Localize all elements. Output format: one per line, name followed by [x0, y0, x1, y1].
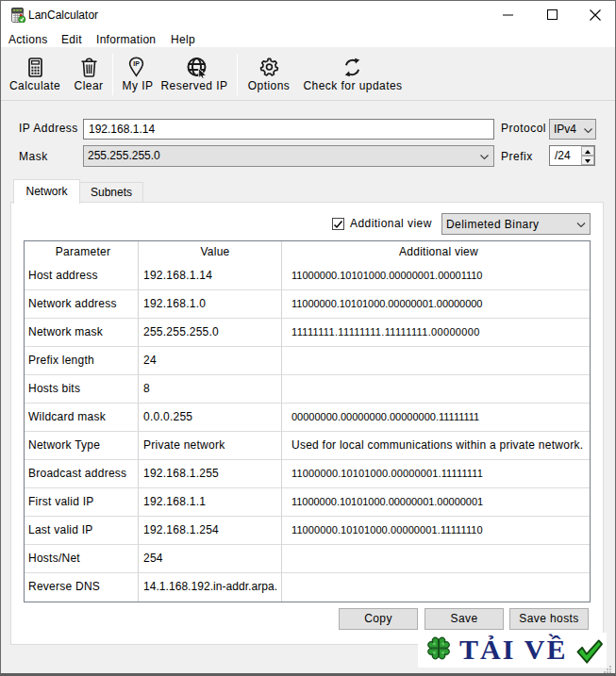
- svg-text:IP: IP: [133, 60, 140, 67]
